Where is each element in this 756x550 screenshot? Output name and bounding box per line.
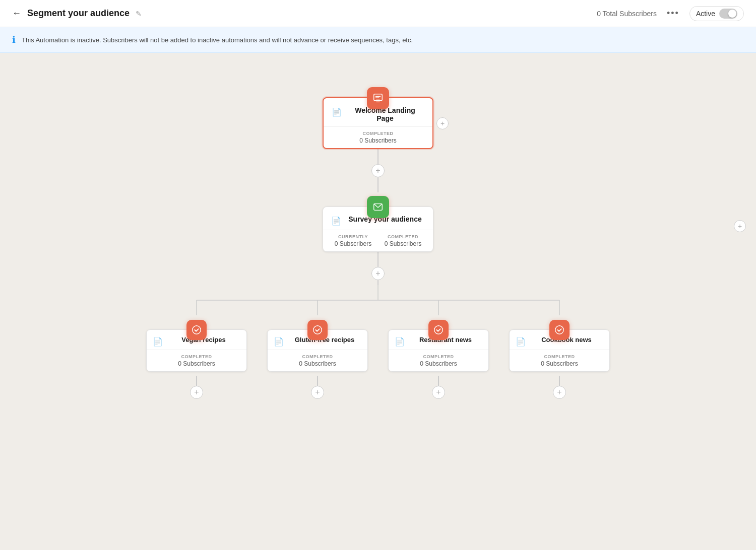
branch-cookbook-wrapper: 📄 Cookbook news COMPLETED 0 Subscribers … (509, 315, 610, 399)
vegan-node-stats: COMPLETED 0 Subscribers (147, 350, 246, 371)
welcome-node-wrapper: 📄 Welcome Landing Page COMPLETED 0 Subsc… (323, 83, 433, 149)
survey-node-stats: CURRENTLY 0 Subscribers COMPLETED 0 Subs… (323, 230, 433, 251)
restaurant-stat-label: COMPLETED (397, 354, 480, 359)
total-subscribers-label: 0 Total Subscribers (597, 10, 657, 18)
restaurant-bottom-line (438, 376, 439, 386)
gluten-node[interactable]: 📄 Gluten-free recipes COMPLETED 0 Subscr… (267, 329, 368, 372)
gluten-bottom-line (317, 376, 318, 386)
line-2 (377, 177, 379, 192)
cookbook-node-stats: COMPLETED 0 Subscribers (510, 350, 609, 371)
edit-icon[interactable]: ✎ (136, 10, 142, 18)
vegan-bottom-line (196, 376, 197, 386)
gluten-stat: COMPLETED 0 Subscribers (276, 354, 359, 367)
welcome-stat-label: COMPLETED (332, 131, 424, 136)
vegan-stat: COMPLETED 0 Subscribers (155, 354, 238, 367)
canvas: 📄 Welcome Landing Page COMPLETED 0 Subsc… (0, 53, 756, 531)
survey-stat-completed: COMPLETED 0 Subscribers (381, 234, 425, 247)
back-button[interactable]: ← (12, 8, 21, 19)
gluten-icon-badge (307, 320, 328, 340)
line-1 (377, 149, 379, 164)
survey-icon-badge (367, 196, 389, 218)
toggle-switch[interactable] (719, 9, 737, 19)
restaurant-stat: COMPLETED 0 Subscribers (397, 354, 480, 367)
survey-doc-icon: 📄 (331, 216, 341, 226)
survey-stat1-value: 0 Subscribers (331, 240, 375, 247)
header: ← Segment your audience ✎ 0 Total Subscr… (0, 0, 756, 27)
vegan-doc-icon: 📄 (153, 337, 163, 347)
flow-container: 📄 Welcome Landing Page COMPLETED 0 Subsc… (0, 53, 756, 399)
plus-1[interactable]: + (371, 164, 385, 177)
welcome-stat-value: 0 Subscribers (332, 137, 424, 144)
active-label: Active (696, 10, 715, 18)
landing-page-icon (372, 93, 384, 104)
vegan-icon-badge (186, 320, 207, 340)
survey-stat1-label: CURRENTLY (331, 234, 375, 239)
cookbook-stat-label: COMPLETED (518, 354, 601, 359)
plus-2[interactable]: + (371, 267, 385, 280)
line-4 (377, 280, 379, 285)
cookbook-stat: COMPLETED 0 Subscribers (518, 354, 601, 367)
welcome-node-stats: COMPLETED 0 Subscribers (324, 126, 432, 148)
gluten-stat-label: COMPLETED (276, 354, 359, 359)
vegan-stat-value: 0 Subscribers (155, 360, 238, 367)
line-3 (377, 252, 379, 267)
gluten-stat-value: 0 Subscribers (276, 360, 359, 367)
vegan-bottom-plus[interactable]: + (190, 386, 203, 399)
header-left: ← Segment your audience ✎ (12, 8, 142, 19)
branch-gluten-wrapper: 📄 Gluten-free recipes COMPLETED 0 Subscr… (267, 315, 368, 399)
banner-message: This Automation is inactive. Subscribers… (22, 36, 413, 44)
info-icon: ℹ (12, 34, 16, 45)
restaurant-bottom-plus[interactable]: + (432, 386, 445, 399)
gluten-node-stats: COMPLETED 0 Subscribers (268, 350, 367, 371)
welcome-side-plus[interactable]: + (436, 117, 449, 129)
header-right: 0 Total Subscribers ••• Active (597, 6, 744, 21)
welcome-node[interactable]: 📄 Welcome Landing Page COMPLETED 0 Subsc… (323, 97, 433, 149)
restaurant-doc-icon: 📄 (395, 337, 405, 347)
cookbook-icon-badge (549, 320, 570, 340)
survey-node[interactable]: 📄 Survey your audience CURRENTLY 0 Subsc… (323, 207, 433, 252)
survey-node-wrapper: 📄 Survey your audience CURRENTLY 0 Subsc… (323, 192, 433, 252)
welcome-stat-completed: COMPLETED 0 Subscribers (332, 131, 424, 144)
active-toggle[interactable]: Active (689, 6, 744, 21)
page-title: Segment your audience (27, 8, 130, 19)
branch-svg (136, 285, 620, 315)
toggle-knob (728, 10, 736, 18)
welcome-icon-badge (367, 87, 389, 109)
svg-rect-3 (376, 99, 380, 102)
restaurant-icon (433, 324, 444, 335)
branch-restaurant-wrapper: 📄 Restaurant news COMPLETED 0 Subscriber… (388, 315, 489, 399)
more-menu-button[interactable]: ••• (667, 8, 679, 19)
gluten-bottom-plus[interactable]: + (311, 386, 324, 399)
survey-stat-currently: CURRENTLY 0 Subscribers (331, 234, 375, 247)
cookbook-doc-icon: 📄 (516, 337, 526, 347)
vegan-icon (191, 324, 202, 335)
branch-row: 📄 Vegan recipes COMPLETED 0 Subscribers … (136, 315, 620, 399)
welcome-doc-icon: 📄 (332, 107, 342, 117)
restaurant-icon-badge (428, 320, 449, 340)
restaurant-stat-value: 0 Subscribers (397, 360, 480, 367)
survey-icon (372, 201, 384, 213)
cookbook-bottom-plus[interactable]: + (553, 386, 566, 399)
cookbook-stat-value: 0 Subscribers (518, 360, 601, 367)
right-edge-plus[interactable]: + (734, 220, 746, 232)
connector-2: + (371, 252, 385, 285)
cookbook-node[interactable]: 📄 Cookbook news COMPLETED 0 Subscribers (509, 329, 610, 372)
restaurant-node[interactable]: 📄 Restaurant news COMPLETED 0 Subscriber… (388, 329, 489, 372)
vegan-node[interactable]: 📄 Vegan recipes COMPLETED 0 Subscribers (146, 329, 247, 372)
info-banner: ℹ This Automation is inactive. Subscribe… (0, 27, 756, 53)
cookbook-bottom-line (559, 376, 560, 386)
gluten-doc-icon: 📄 (274, 337, 284, 347)
survey-stat2-value: 0 Subscribers (381, 240, 425, 247)
survey-stat2-label: COMPLETED (381, 234, 425, 239)
right-edge-plus-wrapper: + (734, 220, 746, 232)
branch-vegan-wrapper: 📄 Vegan recipes COMPLETED 0 Subscribers … (146, 315, 247, 399)
vegan-stat-label: COMPLETED (155, 354, 238, 359)
branch-connectors (136, 285, 620, 315)
connector-1: + (371, 149, 385, 192)
cookbook-icon (554, 324, 565, 335)
restaurant-node-stats: COMPLETED 0 Subscribers (389, 350, 488, 371)
gluten-icon (312, 324, 323, 335)
